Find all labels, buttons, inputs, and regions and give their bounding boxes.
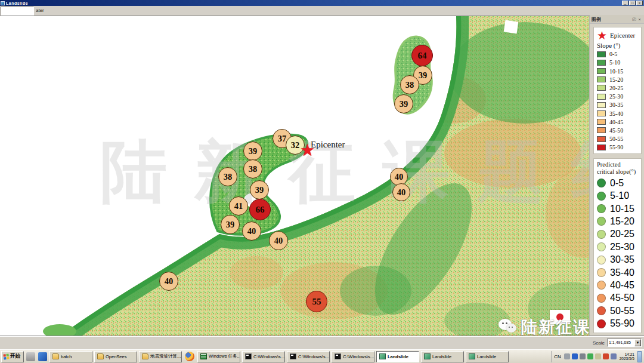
- slope-class-row: 30-35: [597, 101, 639, 108]
- slope-class-row: 50-55: [597, 136, 639, 142]
- predicted-class-label: 20-25: [610, 229, 634, 239]
- start-button[interactable]: 开始: [1, 351, 24, 362]
- slope-class-row: 10-15: [597, 68, 639, 75]
- taskbar-button-label: Landslide: [477, 354, 496, 359]
- legend-panel: 图例 ⎚ × ★ Epicenter Slope (°) 0-55-1010-1…: [589, 15, 644, 336]
- taskbar-button-landslide[interactable]: Landslide: [466, 351, 509, 362]
- language-indicator[interactable]: CN: [553, 354, 562, 359]
- predicted-class-swatch: [597, 281, 606, 290]
- taskbar-button-label: OpenSees: [106, 354, 126, 359]
- slope-class-swatch: [597, 85, 606, 91]
- predicted-class-row: 45-50: [597, 293, 639, 303]
- map-marker-39[interactable]: 39: [221, 215, 240, 234]
- map-marker-40[interactable]: 40: [269, 231, 288, 250]
- slope-class-swatch: [597, 136, 606, 142]
- slope-class-swatch: [597, 127, 606, 133]
- taskbar-button-c-windows-s-[interactable]: C:\Windows\s...: [332, 351, 374, 362]
- map-marker-38[interactable]: 38: [218, 167, 237, 186]
- taskbar-button-label: C:\Windows\s...: [343, 354, 374, 359]
- slope-class-label: 30-35: [609, 101, 623, 108]
- slope-class-label: 55-90: [609, 144, 623, 150]
- layer-combo[interactable]: [1, 7, 34, 16]
- map-marker-39[interactable]: 39: [250, 180, 269, 199]
- slope-class-row: 25-30: [597, 93, 639, 100]
- sync-icon[interactable]: [611, 353, 617, 359]
- taskbar-button-windows-[interactable]: Windows 任务...: [197, 351, 240, 362]
- network-icon[interactable]: [564, 353, 570, 359]
- taskbar-button-label: C:\Windows\s...: [253, 354, 284, 359]
- window-titlebar[interactable]: Landslide _ □ ×: [0, 0, 644, 6]
- map-canvas[interactable]: 陆新征课题组 643938393732393838394166394040404…: [0, 16, 644, 336]
- green-icon[interactable]: [587, 353, 593, 359]
- slope-legend-title: Slope (°): [597, 42, 639, 49]
- slope-class-label: 35-40: [609, 110, 623, 117]
- minimize-icon[interactable]: _: [622, 1, 628, 5]
- close-icon[interactable]: ×: [636, 1, 643, 5]
- slope-class-row: 35-40: [597, 110, 639, 117]
- landslide-icon: [379, 353, 386, 359]
- taskbar-button-landslide[interactable]: Landslide: [376, 351, 419, 362]
- slope-class-swatch: [597, 110, 606, 116]
- slope-class-swatch: [597, 144, 606, 150]
- taskbar-clock[interactable]: 14:21 2023/5/5: [618, 352, 636, 361]
- predicted-class-swatch: [597, 306, 606, 315]
- slope-class-row: 5-10: [597, 59, 639, 66]
- map-marker-41[interactable]: 41: [229, 196, 248, 216]
- predicted-class-swatch: [597, 268, 606, 277]
- slope-class-swatch: [597, 119, 606, 125]
- map-marker-66[interactable]: 66: [249, 199, 271, 220]
- taskbar-button-batch[interactable]: batch: [49, 351, 92, 362]
- slope-class-label: 15-20: [609, 76, 623, 83]
- pin-icon[interactable]: ⎚: [631, 17, 637, 22]
- map-marker-38[interactable]: 38: [400, 75, 419, 94]
- update-icon[interactable]: [603, 353, 609, 359]
- predicted-class-row: 30-35: [597, 254, 639, 265]
- settings-icon[interactable]: [580, 353, 586, 359]
- map-marker-64[interactable]: 64: [411, 45, 433, 66]
- map-marker-40[interactable]: 40: [392, 183, 410, 201]
- taskbar-button-opensees[interactable]: OpenSees: [94, 351, 137, 362]
- taskbar: 开始 batchOpenSees地震滑坡计算...Windows 任务...C:…: [0, 349, 644, 363]
- firefox-icon[interactable]: [185, 352, 194, 361]
- taskbar-button-c-windows-s-[interactable]: C:\Windows\s...: [242, 351, 285, 362]
- shore-blob: [43, 324, 76, 336]
- predicted-class-row: 10-15: [597, 204, 639, 214]
- help-icon[interactable]: [572, 353, 578, 359]
- close-panel-icon[interactable]: ×: [637, 17, 642, 22]
- console-icon: [290, 353, 296, 359]
- map-marker-40[interactable]: 40: [242, 222, 261, 241]
- flag-icon[interactable]: [595, 353, 601, 359]
- taskbar-button-c-windows-s-[interactable]: C:\Windows\s...: [287, 351, 330, 362]
- predicted-class-swatch: [597, 192, 606, 201]
- map-white-patch: [504, 20, 519, 34]
- chevron-down-icon[interactable]: ▼: [634, 339, 641, 346]
- scale-combo[interactable]: 1:1,491,685 ▼: [607, 339, 642, 347]
- taskbar-button-landslide[interactable]: Landslide: [421, 351, 464, 362]
- predicted-class-swatch: [597, 242, 606, 251]
- wechat-icon: [499, 319, 518, 336]
- predicted-class-swatch: [597, 204, 606, 213]
- clock-date: 2023/5/5: [620, 356, 634, 361]
- legend-header[interactable]: 图例 ⎚ ×: [590, 15, 644, 24]
- slope-class-row: 40-45: [597, 119, 639, 125]
- legend-panel-title: 图例: [592, 16, 631, 23]
- printer-icon[interactable]: [26, 352, 35, 361]
- map-marker-40[interactable]: 40: [159, 272, 178, 291]
- taskbar-button--[interactable]: 地震滑坡计算...: [139, 351, 182, 362]
- maximize-icon[interactable]: □: [629, 1, 636, 5]
- map-marker-38[interactable]: 38: [243, 159, 262, 179]
- predicted-class-label: 25-30: [610, 242, 634, 253]
- legend-epicenter-star-icon: ★: [597, 31, 607, 39]
- show-desktop-button[interactable]: [637, 351, 642, 362]
- map-marker-39[interactable]: 39: [243, 141, 262, 161]
- blue-launcher-icon[interactable]: [38, 352, 47, 361]
- predicted-class-label: 50-55: [610, 306, 634, 316]
- map-marker-55[interactable]: 55: [306, 291, 327, 312]
- slope-class-label: 45-50: [609, 127, 623, 134]
- predicted-class-swatch: [597, 294, 606, 303]
- folder-icon: [52, 353, 59, 359]
- map-marker-39[interactable]: 39: [394, 94, 413, 113]
- folder-icon: [142, 353, 148, 359]
- predicted-legend: Predicted critical slope(°) 0-55-1010-15…: [593, 158, 642, 333]
- predicted-class-label: 35-40: [610, 267, 634, 278]
